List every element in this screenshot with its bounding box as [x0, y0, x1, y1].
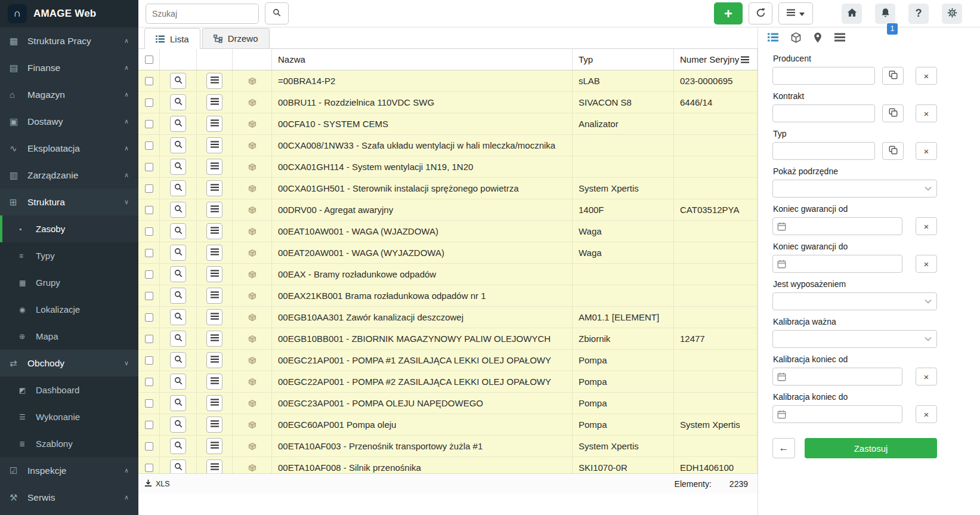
jest-wyposazeniem-select[interactable]: [772, 292, 937, 310]
row-menu-button[interactable]: [206, 309, 222, 325]
row-preview-button[interactable]: [170, 438, 186, 454]
row-checkbox[interactable]: [145, 227, 153, 236]
sidebar-item-serwis[interactable]: ⚒Serwis∧: [0, 484, 138, 511]
row-checkbox[interactable]: [145, 378, 153, 386]
sidebar-item-grupy[interactable]: ▦Grupy: [0, 269, 138, 296]
menu-dropdown-button[interactable]: [778, 2, 813, 24]
kalibracja-koniec-do-clear-button[interactable]: ×: [916, 405, 937, 423]
tab-drzewo[interactable]: Drzewo: [202, 28, 270, 48]
row-preview-button[interactable]: [170, 202, 186, 218]
koniec-gwarancji-do-date-input[interactable]: [790, 255, 902, 272]
settings-button[interactable]: [942, 4, 962, 24]
row-name[interactable]: 00EGC23AP001 - POMPA OLEJU NAPĘDOWEGO: [272, 393, 573, 414]
row-menu-button[interactable]: [206, 94, 222, 110]
row-name[interactable]: 00ETA10AF008 - Silnik przenośnika: [272, 457, 573, 473]
kalibracja-koniec-od-date-input[interactable]: [790, 368, 902, 385]
collapse-filters-button[interactable]: ←: [772, 438, 795, 458]
sidebar-item-zarzadzanie[interactable]: ▥Zarządzanie∧: [0, 162, 138, 189]
typ-clear-button[interactable]: ×: [916, 142, 937, 160]
row-preview-button[interactable]: [170, 180, 186, 196]
producent-input[interactable]: [772, 67, 875, 85]
row-preview-button[interactable]: [170, 159, 186, 175]
sidebar-item-lokalizacje[interactable]: ◉Lokalizacje: [0, 296, 138, 323]
row-name[interactable]: 00EGC60AP001 Pompa oleju: [272, 414, 573, 435]
row-preview-button[interactable]: [170, 288, 186, 304]
row-checkbox[interactable]: [145, 206, 153, 214]
row-menu-button[interactable]: [206, 202, 222, 218]
row-checkbox[interactable]: [145, 356, 153, 365]
row-name[interactable]: 00EAT20AW001 - WAGA (WYJAZDOWA): [272, 242, 573, 263]
row-checkbox[interactable]: [145, 421, 153, 429]
koniec-gwarancji-do-clear-button[interactable]: ×: [916, 255, 937, 273]
row-checkbox[interactable]: [145, 292, 153, 300]
row-menu-button[interactable]: [206, 137, 222, 153]
sidebar-item-zasoby[interactable]: ▪Zasoby: [0, 215, 138, 242]
row-name[interactable]: 00EAX21KB001 Brama rozładunkowa odpadów …: [272, 285, 573, 306]
row-name[interactable]: 00BRU11 - Rozdzielnica 110VDC SWG: [272, 92, 573, 113]
row-checkbox[interactable]: [145, 141, 153, 150]
row-preview-button[interactable]: [170, 352, 186, 368]
cards-view-button[interactable]: [791, 32, 801, 45]
add-button[interactable]: +: [714, 2, 743, 24]
row-preview-button[interactable]: [170, 245, 186, 261]
row-preview-button[interactable]: [170, 309, 186, 325]
row-preview-button[interactable]: [170, 460, 186, 473]
row-checkbox[interactable]: [145, 442, 153, 451]
apply-filters-button[interactable]: Zastosuj: [805, 438, 937, 458]
row-name[interactable]: 00ETA10AF003 - Przenośnik transportowy ż…: [272, 436, 573, 457]
row-checkbox[interactable]: [145, 313, 153, 322]
row-preview-button[interactable]: [170, 137, 186, 153]
tab-lista[interactable]: Lista: [144, 28, 200, 49]
row-menu-button[interactable]: [206, 180, 222, 196]
sidebar-item-magazyn[interactable]: ⌂Magazyn∧: [0, 81, 138, 108]
row-checkbox[interactable]: [145, 464, 153, 472]
kalibracja-koniec-do-date-input[interactable]: [790, 406, 902, 423]
kontrakt-lookup-button[interactable]: [882, 104, 904, 122]
notifications-button[interactable]: 1: [875, 4, 895, 24]
row-menu-button[interactable]: [206, 395, 222, 411]
row-name[interactable]: =00BRA14-P2: [272, 70, 573, 91]
row-menu-button[interactable]: [206, 288, 222, 304]
producent-clear-button[interactable]: ×: [916, 67, 937, 85]
row-menu-button[interactable]: [206, 116, 222, 132]
pokaz-podrzedne-select[interactable]: [772, 180, 937, 198]
row-preview-button[interactable]: [170, 223, 186, 239]
sidebar-item-inspekcje[interactable]: ☑Inspekcje∧: [0, 457, 138, 484]
row-menu-button[interactable]: [206, 159, 222, 175]
sidebar-item-finanse[interactable]: ▤Finanse∧: [0, 54, 138, 81]
xls-export-button[interactable]: XLS: [144, 479, 170, 489]
row-preview-button[interactable]: [170, 94, 186, 110]
map-view-button[interactable]: [814, 32, 822, 45]
sidebar-item-struktura-pracy[interactable]: ▦Struktura Pracy∧: [0, 27, 138, 54]
row-preview-button[interactable]: [170, 417, 186, 433]
sidebar-item-struktura[interactable]: ⊞Struktura∨: [0, 189, 138, 215]
row-name[interactable]: 00EAT10AW001 - WAGA (WJAZDOWA): [272, 221, 573, 242]
row-checkbox[interactable]: [145, 249, 153, 257]
row-menu-button[interactable]: [206, 331, 222, 347]
row-checkbox[interactable]: [145, 335, 153, 343]
row-checkbox[interactable]: [145, 120, 153, 128]
row-checkbox[interactable]: [145, 270, 153, 279]
row-name[interactable]: 00EGC21AP001 - POMPA #1 ZASILAJĄCA LEKKI…: [272, 350, 573, 371]
column-header-nazwa[interactable]: Nazwa: [272, 49, 573, 70]
table-view-button[interactable]: [834, 33, 845, 44]
row-preview-button[interactable]: [170, 116, 186, 132]
koniec-gwarancji-od-clear-button[interactable]: ×: [916, 217, 937, 235]
list-view-button[interactable]: [768, 33, 778, 44]
search-button[interactable]: [265, 2, 289, 24]
row-name[interactable]: 00CXA008/1NW33 - Szafa układu wentylacji…: [272, 135, 573, 156]
help-button[interactable]: ?: [908, 4, 929, 24]
column-settings-icon[interactable]: [741, 55, 749, 66]
row-name[interactable]: 00EGB10AA301 Zawór kanalizacji deszczowe…: [272, 307, 573, 328]
kontrakt-clear-button[interactable]: ×: [916, 104, 937, 122]
row-preview-button[interactable]: [170, 331, 186, 347]
row-name[interactable]: 00EGC22AP001 - POMPA #2 ZASILAJĄCA LEKKI…: [272, 371, 573, 392]
select-all-checkbox[interactable]: [145, 55, 153, 64]
row-name[interactable]: 00EAX - Bramy rozładunkowe odpadów: [272, 264, 573, 285]
row-checkbox[interactable]: [145, 184, 153, 193]
row-name[interactable]: 00DRV00 - Agregat awaryjny: [272, 199, 573, 220]
row-checkbox[interactable]: [145, 163, 153, 171]
sidebar-item-mapa[interactable]: ⊕Mapa: [0, 323, 138, 350]
kalibracja-wazna-select[interactable]: [772, 330, 937, 348]
row-menu-button[interactable]: [206, 438, 222, 454]
